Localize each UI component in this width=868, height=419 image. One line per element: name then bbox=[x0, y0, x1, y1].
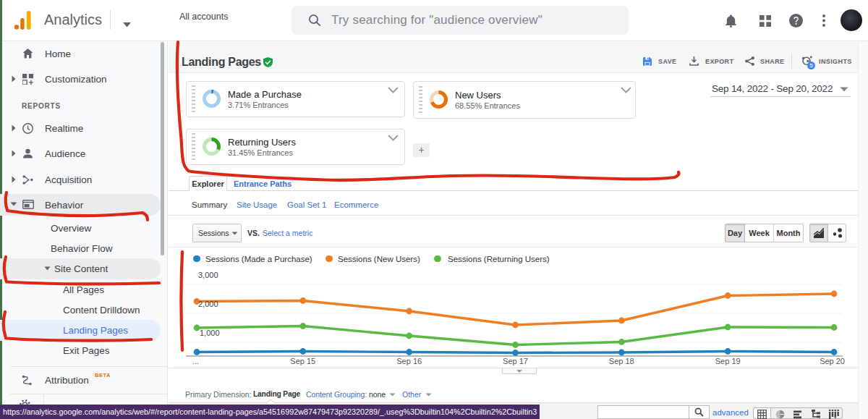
svg-text:Sep 19: Sep 19 bbox=[715, 357, 741, 365]
svg-text:3,000: 3,000 bbox=[198, 271, 218, 279]
svg-text:1,000: 1,000 bbox=[200, 329, 220, 337]
svg-text:Sep 18: Sep 18 bbox=[609, 357, 634, 365]
svg-text:Sep 20: Sep 20 bbox=[820, 357, 845, 365]
svg-text:Sep 15: Sep 15 bbox=[290, 357, 315, 365]
svg-text:2,000: 2,000 bbox=[198, 300, 218, 308]
svg-text:Sep 17: Sep 17 bbox=[503, 357, 528, 365]
svg-text:Sep 16: Sep 16 bbox=[396, 357, 422, 365]
svg-text:...: ... bbox=[192, 357, 199, 365]
